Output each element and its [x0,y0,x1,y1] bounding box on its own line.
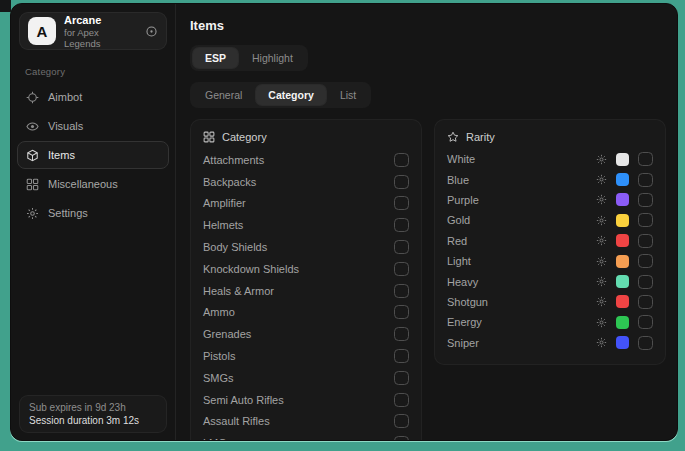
rarity-color-swatch[interactable] [616,295,629,308]
sub-expiry-text: Sub expires in 9d 23h [29,402,157,413]
gear-icon[interactable] [596,296,607,307]
category-row-label: Ammo [203,306,394,318]
rarity-checkbox[interactable] [638,254,653,268]
tab-esp[interactable]: ESP [193,48,238,68]
rarity-row: Shotgun [447,292,653,312]
mode-tabs: ESP Highlight [190,45,308,71]
category-checkbox[interactable] [394,414,409,428]
sidebar-item-aimbot[interactable]: Aimbot [17,83,169,111]
category-row-label: Amplifier [203,197,394,209]
rarity-color-swatch[interactable] [616,234,629,247]
sidebar-item-settings[interactable]: Settings [17,199,169,227]
category-row-label: Grenades [203,328,394,340]
rarity-checkbox[interactable] [638,336,653,350]
rarity-rows: White Blue Purple [447,149,653,353]
star-icon [447,131,459,143]
rarity-color-swatch[interactable] [616,336,629,349]
category-checkbox[interactable] [394,393,409,407]
category-row: Knockdown Shields [203,258,409,280]
rarity-panel-header: Rarity [447,131,653,143]
subscription-card: Sub expires in 9d 23h Session duration 3… [19,395,167,433]
cube-icon [26,149,39,162]
tab-general[interactable]: General [193,85,254,105]
gear-icon[interactable] [596,276,607,287]
target-icon[interactable] [145,25,158,38]
category-row-label: Body Shields [203,241,394,253]
rarity-color-swatch[interactable] [616,214,629,227]
category-checkbox[interactable] [394,240,409,254]
category-checkbox[interactable] [394,218,409,232]
sidebar: A Arcane for Apex Legends Category Aimbo… [11,4,176,440]
grid-icon [203,131,215,143]
category-row: Assault Rifles [203,411,409,433]
category-row: Attachments [203,149,409,171]
gear-icon[interactable] [596,154,607,165]
category-checkbox[interactable] [394,175,409,189]
rarity-color-swatch[interactable] [616,255,629,268]
rarity-row-label: White [447,153,596,165]
session-duration-text: Session duration 3m 12s [29,415,157,426]
rarity-checkbox[interactable] [638,295,653,309]
rarity-row: White [447,149,653,169]
gear-icon[interactable] [596,215,607,226]
rarity-checkbox[interactable] [638,275,653,289]
rarity-checkbox[interactable] [638,213,653,227]
tab-category[interactable]: Category [256,85,326,105]
sidebar-item-visuals[interactable]: Visuals [17,112,169,140]
category-checkbox[interactable] [394,284,409,298]
category-checkbox[interactable] [394,349,409,363]
sidebar-item-label: Settings [48,207,88,219]
category-row: Grenades [203,323,409,345]
category-row-label: Helmets [203,219,394,231]
brand-card[interactable]: A Arcane for Apex Legends [19,12,167,50]
category-row: Ammo [203,302,409,324]
background-corner-patch [0,0,11,12]
sidebar-item-label: Miscellaneous [48,178,118,190]
gear-icon[interactable] [596,174,607,185]
gear-icon[interactable] [596,235,607,246]
category-checkbox[interactable] [394,153,409,167]
rarity-checkbox[interactable] [638,152,653,166]
sidebar-item-items[interactable]: Items [17,141,169,169]
category-checkbox[interactable] [394,327,409,341]
app-window: A Arcane for Apex Legends Category Aimbo… [10,3,678,441]
rarity-row: Light [447,251,653,271]
category-checkbox[interactable] [394,196,409,210]
gear-icon[interactable] [596,317,607,328]
rarity-row-label: Energy [447,316,596,328]
app-subtitle: for Apex Legends [64,27,137,49]
rarity-checkbox[interactable] [638,173,653,187]
rarity-row-label: Red [447,235,596,247]
brand-text: Arcane for Apex Legends [64,14,137,49]
sidebar-item-miscellaneous[interactable]: Miscellaneous [17,170,169,198]
rarity-checkbox[interactable] [638,315,653,329]
grid-icon [26,178,39,191]
tab-list[interactable]: List [328,85,368,105]
category-checkbox[interactable] [394,262,409,276]
rarity-color-swatch[interactable] [616,275,629,288]
category-row-label: Semi Auto Rifles [203,394,394,406]
category-row-label: Assault Rifles [203,415,394,427]
app-logo: A [28,17,56,45]
crosshair-icon [26,91,39,104]
rarity-panel: Rarity White Blue Purple [434,119,666,365]
rarity-checkbox[interactable] [638,234,653,248]
gear-icon[interactable] [596,337,607,348]
tab-highlight[interactable]: Highlight [240,48,305,68]
category-checkbox[interactable] [394,305,409,319]
view-tabs: General Category List [190,82,371,108]
rarity-color-swatch[interactable] [616,316,629,329]
gear-icon[interactable] [596,194,607,205]
gear-icon[interactable] [596,256,607,267]
rarity-color-swatch[interactable] [616,173,629,186]
rarity-checkbox[interactable] [638,193,653,207]
rarity-color-swatch[interactable] [616,153,629,166]
category-checkbox[interactable] [394,371,409,385]
category-row: Amplifier [203,193,409,215]
rarity-row: Purple [447,190,653,210]
rarity-row-label: Purple [447,194,596,206]
rarity-panel-title: Rarity [466,131,495,143]
category-row: Body Shields [203,236,409,258]
category-checkbox[interactable] [394,436,409,440]
rarity-color-swatch[interactable] [616,193,629,206]
